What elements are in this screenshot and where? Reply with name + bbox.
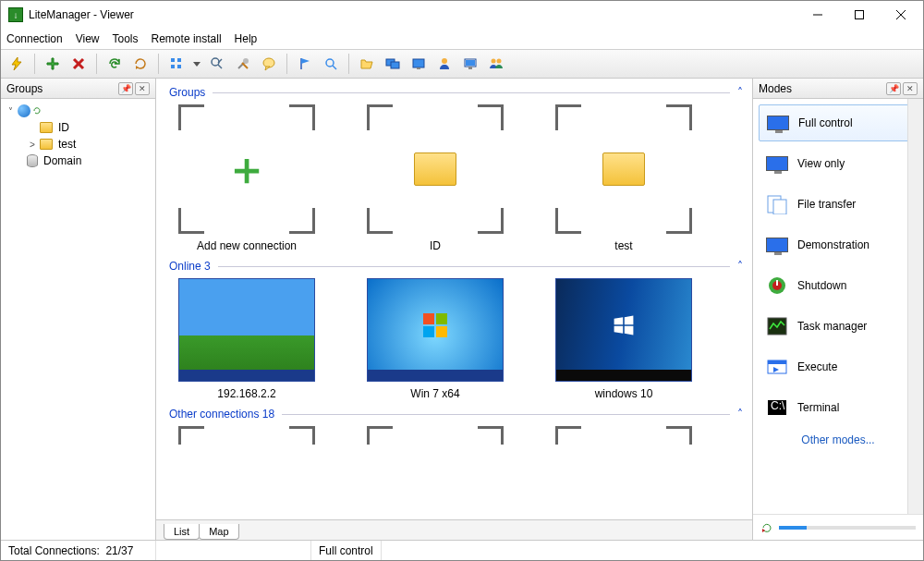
collapse-icon[interactable]: ˄ <box>737 86 743 99</box>
section-title: Groups <box>169 86 205 99</box>
svg-marker-40 <box>614 317 624 324</box>
svg-point-17 <box>243 58 249 64</box>
online-item-2[interactable]: Win 7 x64 <box>361 278 509 400</box>
pin-button[interactable]: 📌 <box>118 82 133 95</box>
mode-full-control[interactable]: Full control <box>759 104 918 141</box>
group-item-id[interactable]: ID <box>361 104 509 252</box>
users-icon[interactable] <box>486 54 506 74</box>
folder-open-icon[interactable] <box>357 54 377 74</box>
section-other-header[interactable]: Other connections 18 ˄ <box>169 408 743 421</box>
other-modes-link[interactable]: Other modes... <box>759 430 918 450</box>
menu-remote-install[interactable]: Remote install <box>152 32 222 45</box>
svg-marker-20 <box>265 67 270 70</box>
mode-execute[interactable]: Execute <box>759 348 918 385</box>
folder-icon <box>602 152 645 186</box>
world-icon <box>18 104 30 117</box>
tree-item-id[interactable]: ID <box>5 119 152 136</box>
status-empty <box>156 541 311 560</box>
close-panel-button[interactable]: ✕ <box>135 82 150 95</box>
modes-panel-header: Modes 📌 ✕ <box>753 79 923 99</box>
view-mode-icon[interactable] <box>166 54 187 74</box>
tree-label: ID <box>58 121 69 134</box>
window-title: LiteManager - Viewer <box>29 8 134 21</box>
menu-tools[interactable]: Tools <box>113 32 139 45</box>
online-item-1[interactable]: 192.168.2.2 <box>173 278 321 400</box>
svg-point-34 <box>492 59 496 64</box>
groups-panel: Groups 📌 ✕ ˅ ID > test <box>1 79 156 540</box>
svg-rect-11 <box>177 65 181 68</box>
task-manager-icon <box>764 315 790 337</box>
svg-rect-51 <box>768 360 786 364</box>
svg-marker-7 <box>136 66 139 69</box>
zoom-slider[interactable] <box>779 526 916 530</box>
folder-icon <box>40 139 53 150</box>
user-icon[interactable] <box>434 54 455 74</box>
mode-label: View only <box>797 157 845 170</box>
flag-badge-icon <box>675 278 689 279</box>
screen-icon[interactable] <box>408 54 429 74</box>
monitor-icon[interactable] <box>460 54 480 74</box>
status-total: Total Connections: 21/37 <box>1 541 156 560</box>
maximize-button[interactable] <box>838 2 880 28</box>
mode-label: Task manager <box>797 320 867 333</box>
tree-label: Domain <box>43 154 81 167</box>
dropdown-arrow-icon[interactable] <box>192 54 201 74</box>
svg-marker-42 <box>614 325 624 333</box>
section-groups-header[interactable]: Groups ˄ <box>169 86 743 99</box>
group-item-add[interactable]: ＋ Add new connection <box>173 104 321 252</box>
modes-panel: Modes 📌 ✕ Full control View only File tr… <box>753 79 923 540</box>
svg-rect-9 <box>177 58 181 62</box>
tree-item-domain[interactable]: Domain <box>5 152 152 169</box>
svg-point-35 <box>497 59 502 64</box>
online-item-3[interactable]: windows 10 <box>550 278 698 400</box>
section-online-header[interactable]: Online 3 ˄ <box>169 260 743 273</box>
mode-view-only[interactable]: View only <box>759 145 918 182</box>
refresh-small-icon[interactable] <box>760 521 773 534</box>
app-logo-icon: ↓ <box>8 7 23 22</box>
search-icon[interactable] <box>207 54 227 74</box>
screens-icon[interactable] <box>383 54 403 74</box>
center-panel: Groups ˄ ＋ Add new connection ID <box>156 79 753 540</box>
groups-tree[interactable]: ˅ ID > test Domain <box>1 99 155 173</box>
svg-marker-43 <box>625 325 634 335</box>
file-transfer-icon <box>764 193 790 215</box>
menu-help[interactable]: Help <box>235 32 258 45</box>
menu-connection[interactable]: Connection <box>6 32 63 45</box>
delete-icon[interactable] <box>68 54 89 74</box>
item-label: Win 7 x64 <box>410 387 459 400</box>
collapse-icon[interactable]: ˄ <box>737 408 743 421</box>
groups-panel-title: Groups <box>6 82 43 95</box>
flag-icon[interactable] <box>295 54 315 74</box>
svg-point-23 <box>326 59 334 67</box>
refresh-icon[interactable] <box>104 54 125 74</box>
collapse-icon[interactable]: ˄ <box>737 260 743 273</box>
close-button[interactable] <box>880 2 921 28</box>
svg-text:C:\: C:\ <box>771 399 785 412</box>
mode-shutdown[interactable]: Shutdown <box>759 267 918 304</box>
bolt-icon[interactable] <box>6 54 27 74</box>
refresh-all-icon[interactable] <box>130 54 151 74</box>
item-label: ID <box>430 239 441 252</box>
pin-button[interactable]: 📌 <box>886 82 901 95</box>
close-panel-button[interactable]: ✕ <box>903 82 918 95</box>
full-control-icon <box>765 112 791 134</box>
mode-file-transfer[interactable]: File transfer <box>759 186 918 223</box>
tools-icon[interactable] <box>233 54 253 74</box>
chat-icon[interactable] <box>259 54 279 74</box>
plus-icon: ＋ <box>225 140 269 199</box>
mode-task-manager[interactable]: Task manager <box>759 308 918 345</box>
tab-map[interactable]: Map <box>199 524 238 540</box>
menu-view[interactable]: View <box>76 32 100 45</box>
add-icon[interactable] <box>43 54 63 74</box>
tree-item-test[interactable]: > test <box>5 136 152 152</box>
mode-terminal[interactable]: C:\ Terminal <box>759 389 918 426</box>
mode-demonstration[interactable]: Demonstration <box>759 226 918 263</box>
tab-list[interactable]: List <box>164 524 200 540</box>
minimize-button[interactable] <box>796 2 838 28</box>
tree-root[interactable]: ˅ <box>5 103 152 119</box>
view-only-icon <box>764 152 790 175</box>
group-item-test[interactable]: test <box>550 104 698 252</box>
mode-label: Full control <box>798 116 853 129</box>
svg-line-15 <box>218 65 222 68</box>
zoom-icon[interactable] <box>321 54 341 74</box>
